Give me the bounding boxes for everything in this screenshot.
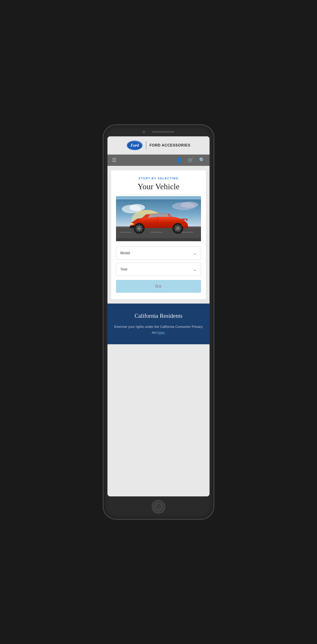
svg-rect-31: [182, 224, 185, 226]
accessories-label-plain: FORD: [149, 143, 162, 147]
model-dropdown[interactable]: Model ⌄: [116, 246, 201, 260]
card-subtitle: START BY SELECTING: [116, 177, 201, 180]
card-title: Your Vehicle: [116, 182, 201, 191]
svg-rect-7: [116, 228, 201, 238]
cart-icon[interactable]: 🛒: [188, 157, 194, 163]
accessories-label-bold: ACCESSORIES: [162, 143, 190, 147]
ford-accessories-text: FORD ACCESSORIES: [149, 143, 190, 148]
svg-point-11: [130, 223, 134, 225]
phone-screen: Ford FORD ACCESSORIES ☰ 👤 🛒 🔍 START BY S…: [107, 136, 210, 496]
svg-point-3: [129, 204, 145, 211]
model-label: Model: [120, 251, 130, 255]
year-label: Year: [120, 267, 127, 271]
menu-icon[interactable]: ☰: [112, 157, 116, 163]
svg-point-5: [181, 202, 198, 208]
vehicle-card: START BY SELECTING Your Vehicle: [111, 170, 206, 299]
svg-rect-30: [187, 219, 187, 221]
svg-rect-8: [120, 232, 131, 232]
phone-speaker: [152, 131, 174, 133]
site-header: Ford FORD ACCESSORIES: [107, 136, 210, 154]
phone-camera: [143, 130, 145, 133]
go-button[interactable]: Go: [116, 280, 201, 293]
ford-logo: Ford: [127, 140, 143, 150]
california-link[interactable]: here: [158, 330, 164, 334]
user-icon[interactable]: 👤: [176, 157, 182, 163]
year-dropdown[interactable]: Year ⌄: [116, 263, 201, 276]
header-divider: [146, 141, 146, 150]
home-button[interactable]: [152, 500, 165, 514]
phone-device: Ford FORD ACCESSORIES ☰ 👤 🛒 🔍 START BY S…: [103, 125, 214, 519]
car-illustration: [116, 196, 201, 241]
svg-rect-10: [182, 232, 193, 232]
svg-rect-9: [151, 232, 163, 232]
california-period: .: [164, 330, 165, 334]
nav-right-icons: 👤 🛒 🔍: [176, 157, 205, 163]
home-button-ring: [155, 503, 162, 510]
model-chevron-icon: ⌄: [193, 250, 197, 256]
year-chevron-icon: ⌄: [193, 267, 197, 272]
california-title: California Residents: [113, 312, 204, 319]
nav-bar: ☰ 👤 🛒 🔍: [107, 154, 210, 166]
main-content: START BY SELECTING Your Vehicle: [107, 166, 210, 304]
ford-logo-area: Ford FORD ACCESSORIES: [127, 140, 190, 150]
california-residents-section: California Residents Exercise your right…: [107, 304, 210, 344]
car-image: [116, 196, 201, 241]
ford-oval-text: Ford: [131, 143, 139, 148]
california-body: Exercise your rights under the Californi…: [113, 324, 204, 335]
phone-bottom-bar: [107, 500, 210, 514]
search-icon[interactable]: 🔍: [199, 157, 205, 163]
phone-top-bar: [107, 130, 210, 133]
